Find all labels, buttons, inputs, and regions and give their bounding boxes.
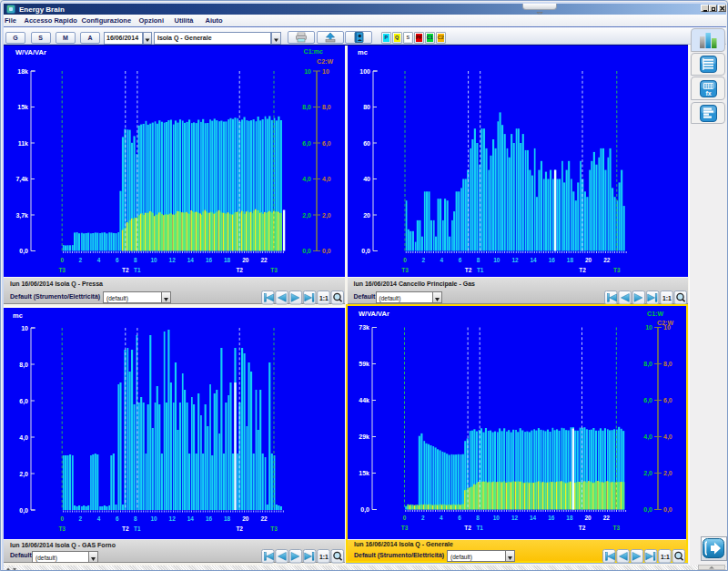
svg-text:T2: T2 (579, 525, 586, 531)
svg-text:mc: mc (358, 48, 368, 56)
svg-text:T2: T2 (122, 267, 129, 273)
svg-text:20: 20 (584, 515, 592, 521)
svg-text:10: 10 (663, 324, 671, 331)
svg-text:2,0: 2,0 (322, 212, 331, 219)
svg-text:16: 16 (206, 515, 213, 522)
svg-text:T2: T2 (464, 267, 471, 273)
svg-text:8,0: 8,0 (643, 361, 652, 368)
svg-text:29k: 29k (359, 433, 369, 440)
svg-text:16: 16 (206, 257, 213, 263)
svg-text:3,7k: 3,7k (15, 212, 28, 219)
svg-text:22: 22 (260, 515, 268, 522)
svg-text:T3: T3 (401, 267, 409, 273)
svg-text:0: 0 (403, 257, 407, 263)
svg-text:12: 12 (511, 257, 519, 263)
svg-text:18: 18 (566, 257, 573, 263)
svg-text:4,0: 4,0 (643, 433, 652, 441)
svg-text:10: 10 (150, 515, 157, 522)
svg-text:59k: 59k (359, 361, 369, 367)
svg-text:T2: T2 (464, 525, 471, 531)
svg-text:2,0: 2,0 (302, 212, 311, 219)
svg-text:2: 2 (79, 257, 83, 263)
svg-text:fx: fx (705, 89, 711, 96)
svg-text:4,0: 4,0 (663, 433, 672, 441)
svg-text:8: 8 (134, 515, 137, 522)
svg-text:40: 40 (363, 176, 370, 182)
svg-text:22: 22 (603, 515, 611, 521)
svg-text:T3: T3 (270, 267, 278, 273)
svg-text:10: 10 (21, 324, 28, 331)
svg-text:T1: T1 (476, 267, 483, 273)
svg-text:0,0: 0,0 (322, 248, 331, 255)
svg-text:8,0: 8,0 (302, 104, 311, 111)
svg-text:T1: T1 (476, 525, 483, 531)
svg-text:T2: T2 (236, 267, 243, 273)
svg-text:14: 14 (530, 515, 537, 521)
svg-text:2,0: 2,0 (19, 470, 28, 477)
svg-text:100: 100 (359, 68, 370, 75)
svg-text:11k: 11k (18, 140, 28, 147)
svg-text:T2: T2 (122, 525, 129, 532)
svg-text:4,0: 4,0 (302, 176, 311, 183)
svg-text:20: 20 (363, 212, 370, 219)
svg-text:0,0: 0,0 (19, 506, 28, 514)
svg-text:2: 2 (421, 515, 425, 521)
svg-text:60: 60 (363, 140, 370, 147)
svg-text:0: 0 (403, 515, 407, 521)
svg-text:44k: 44k (359, 397, 369, 403)
svg-text:T3: T3 (58, 267, 66, 273)
svg-text:18: 18 (566, 515, 573, 521)
svg-text:8,0: 8,0 (19, 361, 28, 368)
svg-text:18k: 18k (17, 68, 28, 75)
svg-text:7,4k: 7,4k (15, 176, 28, 183)
svg-text:6,0: 6,0 (643, 397, 652, 404)
svg-text:2,0: 2,0 (643, 470, 652, 477)
svg-text:15k: 15k (17, 104, 28, 110)
svg-text:mc: mc (13, 311, 23, 320)
svg-text:0,0: 0,0 (302, 248, 311, 255)
svg-text:10: 10 (645, 324, 652, 331)
svg-text:0,0: 0,0 (361, 248, 370, 255)
svg-text:10: 10 (322, 68, 329, 75)
svg-text:1:1: 1:1 (662, 294, 672, 301)
svg-text:4: 4 (97, 257, 101, 263)
svg-text:22: 22 (603, 257, 611, 263)
svg-text:C1:mc: C1:mc (304, 48, 324, 55)
svg-text:16: 16 (548, 515, 555, 521)
svg-text:20: 20 (584, 257, 592, 263)
svg-text:0,0: 0,0 (19, 248, 28, 255)
svg-text:20: 20 (242, 515, 249, 522)
svg-text:0: 0 (60, 257, 64, 263)
svg-text:14: 14 (187, 515, 195, 522)
svg-text:2: 2 (421, 257, 425, 263)
svg-text:2: 2 (79, 515, 83, 522)
svg-text:1:1: 1:1 (319, 554, 329, 560)
svg-text:W/VA/VAr: W/VA/VAr (15, 48, 46, 56)
svg-text:0: 0 (60, 515, 64, 522)
svg-text:T1: T1 (134, 267, 141, 273)
svg-text:12: 12 (169, 515, 177, 522)
svg-text:18: 18 (224, 257, 231, 263)
svg-text:16: 16 (548, 257, 555, 263)
svg-text:10: 10 (493, 515, 500, 521)
svg-text:6,0: 6,0 (19, 397, 28, 404)
svg-text:T2: T2 (579, 267, 586, 273)
svg-text:14: 14 (187, 257, 195, 263)
svg-text:T1: T1 (134, 525, 141, 532)
svg-text:0,0: 0,0 (663, 506, 672, 514)
svg-text:T3: T3 (270, 525, 278, 532)
svg-text:18: 18 (224, 515, 231, 522)
svg-text:73k: 73k (359, 324, 369, 331)
svg-text:6,0: 6,0 (663, 397, 672, 404)
svg-text:T3: T3 (613, 525, 621, 531)
svg-text:6: 6 (458, 257, 461, 263)
svg-text:22: 22 (260, 257, 268, 263)
svg-text:20: 20 (242, 257, 249, 263)
svg-text:C2:W: C2:W (317, 58, 333, 65)
svg-text:1:1: 1:1 (661, 553, 670, 559)
svg-text:T3: T3 (58, 525, 66, 532)
svg-text:80: 80 (363, 104, 370, 110)
svg-text:2,0: 2,0 (663, 470, 672, 477)
svg-text:T3: T3 (401, 525, 409, 531)
svg-text:4: 4 (440, 515, 443, 521)
